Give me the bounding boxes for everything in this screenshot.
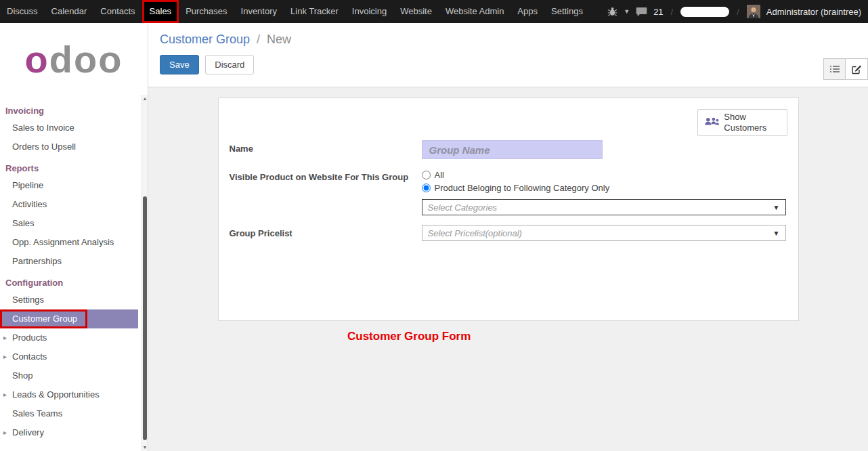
sidebar-item-settings[interactable]: Settings — [0, 291, 148, 309]
expand-arrow-icon: ▸ — [3, 347, 7, 366]
scroll-up-icon[interactable]: ▲ — [142, 96, 148, 101]
systray: ▼ 21 / / Administrator (braintree) — [607, 5, 868, 18]
pricelist-select[interactable]: Select Pricelist(optional) ▼ — [422, 225, 786, 241]
menu-apps[interactable]: Apps — [511, 0, 544, 23]
show-customers-label: Show Customers — [724, 112, 781, 133]
pricelist-field-cell: Select Pricelist(optional) ▼ — [422, 225, 787, 241]
sidebar-item-label: Leads & Opportunities — [12, 389, 100, 400]
sidebar-section-reports: Reports — [0, 156, 148, 176]
debug-dropdown-caret-icon[interactable]: ▼ — [624, 8, 630, 15]
message-count-badge[interactable]: 21 — [653, 7, 663, 17]
show-customers-button[interactable]: Show Customers — [697, 109, 787, 136]
sidebar-menu: Invoicing Sales to Invoice Orders to Ups… — [0, 95, 148, 442]
breadcrumb-separator: / — [257, 33, 260, 46]
categories-select-placeholder: Select Categories — [428, 202, 498, 213]
menu-purchases[interactable]: Purchases — [179, 0, 234, 23]
scrollbar-thumb[interactable] — [143, 196, 147, 440]
logo-letters: doo — [49, 37, 123, 81]
odoo-logo: odoo — [0, 23, 148, 95]
expand-arrow-icon: ▸ — [3, 423, 7, 442]
control-panel: Customer Group / New Save Discard — [148, 23, 868, 87]
sidebar-item-pipeline[interactable]: Pipeline — [0, 176, 148, 195]
sidebar-item-delivery[interactable]: ▸Delivery — [0, 423, 148, 442]
sidebar-item-sales-to-invoice[interactable]: Sales to Invoice — [0, 119, 148, 137]
top-menu-bar: Discuss Calendar Contacts Sales Purchase… — [0, 0, 868, 23]
form-sheet: Show Customers Name Visible Product on W… — [218, 98, 799, 321]
menu-website[interactable]: Website — [393, 0, 439, 23]
sidebar-item-contacts[interactable]: ▸Contacts — [0, 347, 148, 366]
radio-all-label: All — [435, 170, 444, 180]
expand-arrow-icon: ▸ — [3, 328, 7, 347]
menu-inventory[interactable]: Inventory — [234, 0, 284, 23]
menu-discuss[interactable]: Discuss — [0, 0, 45, 23]
radio-category-only-input[interactable] — [422, 184, 431, 192]
expand-arrow-icon: ▸ — [3, 385, 7, 404]
user-menu[interactable]: Administrator (braintree) — [766, 7, 861, 17]
menu-website-admin[interactable]: Website Admin — [439, 0, 511, 23]
menu-contacts[interactable]: Contacts — [93, 0, 142, 23]
menu-sales[interactable]: Sales — [142, 0, 179, 23]
save-button[interactable]: Save — [160, 55, 199, 74]
form-view-button[interactable] — [846, 59, 867, 79]
messages-bubble-icon[interactable] — [636, 7, 647, 17]
sidebar-item-sales[interactable]: Sales — [0, 214, 148, 233]
annotation-box-customer-group: Customer Group — [0, 309, 87, 328]
systray-divider: / — [671, 7, 674, 17]
radio-option-category-only[interactable]: Product Beloging to Following Category O… — [422, 181, 787, 194]
sidebar-section-invoicing: Invoicing — [0, 99, 148, 119]
pricelist-field-label: Group Pricelist — [230, 225, 422, 238]
sidebar-item-activities[interactable]: Activities — [0, 195, 148, 214]
form-content-area: Show Customers Name Visible Product on W… — [148, 87, 868, 451]
sidebar-item-products[interactable]: ▸Products — [0, 328, 148, 347]
menu-calendar[interactable]: Calendar — [45, 0, 94, 23]
view-switcher — [823, 58, 868, 80]
list-view-icon — [829, 64, 840, 74]
name-field-cell — [422, 140, 787, 159]
customers-group-icon — [703, 116, 720, 129]
sidebar-item-partnerships[interactable]: Partnerships — [0, 252, 148, 271]
name-field-label: Name — [230, 140, 422, 154]
menu-link-tracker[interactable]: Link Tracker — [284, 0, 345, 23]
sidebar-item-label: Products — [12, 332, 47, 343]
radio-all-input[interactable] — [422, 171, 431, 179]
radio-option-all[interactable]: All — [422, 169, 787, 181]
select-caret-icon: ▼ — [773, 204, 780, 211]
visible-product-field: All Product Beloging to Following Catego… — [422, 169, 787, 215]
breadcrumb-parent-link[interactable]: Customer Group — [160, 33, 250, 46]
sidebar-item-sales-teams[interactable]: Sales Teams — [0, 404, 148, 423]
systray-divider2: / — [737, 7, 739, 17]
breadcrumb-current: New — [267, 33, 291, 46]
user-avatar[interactable] — [747, 5, 760, 18]
breadcrumb: Customer Group / New — [160, 33, 868, 47]
sidebar-item-opp-assignment-analysis[interactable]: Opp. Assignment Analysis — [0, 233, 148, 252]
categories-select[interactable]: Select Categories ▼ — [422, 199, 786, 215]
form-fields: Name Visible Product on Website For This… — [230, 140, 787, 241]
sidebar-item-label: Delivery — [12, 427, 44, 437]
app-sidebar: odoo Invoicing Sales to Invoice Orders t… — [0, 23, 148, 451]
menu-settings[interactable]: Settings — [544, 0, 590, 23]
sidebar-item-label: Contacts — [12, 351, 47, 362]
main-area: Customer Group / New Save Discard — [148, 23, 868, 451]
sidebar-item-leads-opportunities[interactable]: ▸Leads & Opportunities — [0, 385, 148, 404]
menu-invoicing[interactable]: Invoicing — [345, 0, 393, 23]
group-name-input[interactable] — [422, 140, 603, 159]
sidebar-item-shop[interactable]: Shop — [0, 366, 148, 385]
sidebar-item-orders-to-upsell[interactable]: Orders to Upsell — [0, 137, 148, 156]
discard-button[interactable]: Discard — [205, 55, 254, 74]
logo-letter-accent: o — [25, 37, 49, 81]
sidebar-item-customer-group[interactable]: Customer Group — [0, 309, 138, 328]
debug-bug-icon[interactable] — [607, 7, 617, 16]
scroll-down-icon[interactable]: ▼ — [142, 445, 148, 450]
list-view-button[interactable] — [824, 59, 846, 79]
form-view-icon — [851, 64, 862, 74]
loading-indicator-pill — [680, 7, 729, 17]
sidebar-scrollbar[interactable]: ▲ ▼ — [142, 95, 148, 451]
radio-category-only-label: Product Beloging to Following Category O… — [435, 183, 610, 193]
visible-product-field-label: Visible Product on Website For This Grou… — [230, 169, 422, 182]
sidebar-section-configuration: Configuration — [0, 271, 148, 291]
annotation-caption: Customer Group Form — [347, 330, 471, 343]
pricelist-select-placeholder: Select Pricelist(optional) — [428, 228, 522, 238]
select-caret-icon: ▼ — [773, 230, 780, 237]
